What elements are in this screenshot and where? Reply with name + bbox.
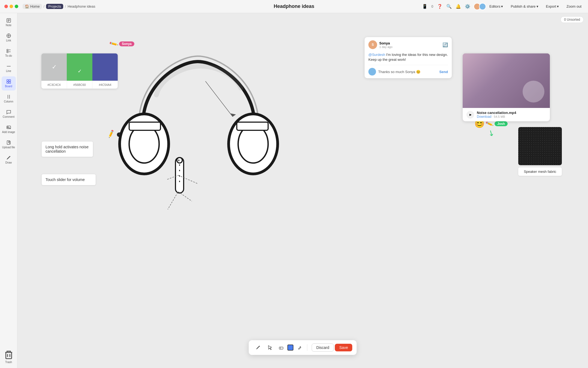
sidebar-todo-label: To-do [5, 54, 12, 57]
color-swatch-1[interactable]: ✓ [41, 53, 67, 81]
svg-point-23 [129, 125, 159, 163]
breadcrumb: 🏠 Home / Projects / Headphone ideas [23, 4, 95, 9]
titlebar-icons: 📱 0 ❓ 🔍 🔔 ⚙️ [422, 4, 470, 9]
chevron-down-icon: ▾ [537, 4, 538, 8]
sidebar-board-label: Board [5, 85, 12, 88]
comment-mention: @Surdesh [368, 53, 385, 57]
svg-point-26 [238, 125, 268, 163]
breadcrumb-projects-label: Projects [48, 4, 61, 8]
breadcrumb-projects[interactable]: Projects [46, 4, 63, 9]
sidebar-line-label: Line [6, 70, 11, 73]
select-tool-button[interactable] [265, 342, 275, 353]
canvas[interactable]: 0 Unsorted ✓ ✓ #C3C4C4 #56BC60 #4C54A4 ✏… [17, 13, 588, 368]
home-icon: 🏠 [25, 4, 29, 8]
discard-button[interactable]: Discard [312, 343, 334, 352]
help-icon[interactable]: ❓ [437, 4, 442, 9]
play-small-icon: ▶ [469, 113, 472, 116]
svg-rect-18 [7, 141, 10, 144]
settings-icon[interactable]: ⚙️ [465, 4, 470, 9]
svg-rect-5 [7, 49, 8, 51]
publish-share-button[interactable]: Publish & share ▾ [508, 3, 540, 10]
breadcrumb-home-label: Home [30, 4, 40, 8]
search-icon[interactable]: 🔍 [446, 4, 452, 9]
bell-icon[interactable]: 🔔 [456, 4, 461, 9]
sidebar-item-note[interactable]: Note [2, 15, 16, 29]
annotation-noise: Long hold activates noise cancellation [41, 141, 93, 157]
svg-line-37 [178, 192, 192, 201]
save-button[interactable]: Save [335, 344, 352, 351]
breadcrumb-current: Headphone ideas [68, 4, 95, 8]
sidebar-item-draw[interactable]: Draw [2, 153, 16, 167]
sidebar-item-add-image[interactable]: Add image [2, 122, 16, 136]
color-labels: #C3C4C4 #56BC60 #4C54A4 [41, 81, 118, 89]
close-button[interactable] [4, 5, 8, 8]
sidebar-item-line[interactable]: Line [2, 61, 16, 75]
sidebar-column-label: Column [4, 100, 13, 103]
main-layout: Note Link To-do Line Board Column Commen… [0, 13, 588, 368]
svg-rect-28 [175, 158, 184, 193]
sonya-label: Sonya [119, 41, 134, 46]
annotation-noise-text: Long hold activates noise cancellation [46, 145, 89, 153]
comment-header: S Sonya 1 day ago 🔄 [365, 37, 452, 52]
avatar-stack [474, 3, 486, 10]
svg-text:+: + [178, 158, 180, 162]
color-swatch-3[interactable] [92, 53, 118, 81]
maximize-button[interactable] [15, 5, 18, 8]
svg-point-33 [177, 158, 182, 163]
emoji-reaction-icon[interactable]: 🔄 [442, 42, 448, 47]
zoom-out-button[interactable]: Zoom out [564, 3, 584, 10]
video-title: Noise cancellation.mp4 [477, 111, 546, 115]
sidebar-item-link[interactable]: Link [2, 31, 16, 45]
comment-meta: Sonya 1 day ago [379, 41, 440, 49]
sidebar-item-comment[interactable]: Comment [2, 107, 16, 121]
mesh-pattern [518, 127, 562, 165]
minimize-button[interactable] [10, 5, 13, 8]
color-label-2: #56BC60 [67, 81, 93, 89]
sidebar-item-board[interactable]: Board [2, 76, 16, 91]
video-download-link[interactable]: Download [477, 115, 491, 119]
device-icon[interactable]: 📱 [422, 4, 428, 9]
sidebar: Note Link To-do Line Board Column Commen… [0, 13, 17, 368]
color-label-3: #4C54A4 [92, 81, 118, 89]
color-swatches: ✓ ✓ [41, 53, 118, 81]
sidebar-item-upload-file[interactable]: Upload file [2, 137, 16, 152]
speaker-mesh-card: Speaker mesh fabric [518, 127, 562, 176]
commenter-name: Sonya [379, 41, 440, 45]
video-details: Download · 54.5 MB [477, 115, 546, 119]
breadcrumb-home[interactable]: 🏠 Home [23, 4, 42, 9]
send-reply-button[interactable]: Send [439, 70, 448, 74]
color-picker[interactable] [287, 345, 293, 351]
sidebar-item-column[interactable]: Column [2, 92, 16, 106]
comment-card: S Sonya 1 day ago 🔄 @Surdesh I'm loving … [365, 37, 452, 78]
sidebar-item-todo[interactable]: To-do [2, 46, 16, 60]
svg-point-25 [229, 114, 278, 174]
video-play-small-button[interactable]: ▶ [466, 111, 474, 119]
pen-tool-button[interactable] [253, 342, 263, 353]
sidebar-item-trash[interactable]: Trash [2, 349, 16, 364]
unsorted-count: 0 Unsorted [564, 18, 580, 22]
toolbar-divider [307, 344, 307, 351]
svg-rect-27 [237, 122, 268, 130]
sidebar-comment-label: Comment [3, 115, 14, 118]
sidebar-draw-label: Draw [5, 161, 12, 164]
reply-input[interactable]: Thanks so much Sonya 😊 [378, 70, 437, 74]
editors-button[interactable]: Editors ▾ [487, 3, 505, 10]
breadcrumb-sep-1: / [44, 4, 45, 8]
export-button[interactable]: Export ▾ [544, 3, 561, 10]
commenter-avatar: S [368, 40, 377, 49]
surdesh-pen-icon: ✏️ [106, 129, 116, 138]
highlighter-tool-button[interactable] [295, 342, 305, 353]
unsorted-badge: 0 Unsorted [560, 16, 584, 23]
video-card: ▶ ▶ Noise cancellation.mp4 Download · 54… [463, 53, 550, 121]
svg-rect-7 [7, 51, 8, 53]
sonya-cursor: ✏️ Sonya [110, 40, 134, 47]
breadcrumb-sep-2: / [65, 4, 66, 8]
sidebar-uploadfile-label: Upload file [2, 146, 15, 149]
svg-rect-24 [129, 122, 160, 130]
color-swatch-2[interactable]: ✓ [67, 53, 92, 81]
josh-arrow-icon: ↘ [486, 127, 496, 138]
speaker-mesh-label: Speaker mesh fabric [518, 167, 562, 176]
titlebar: 🏠 Home / Projects / Headphone ideas Head… [0, 0, 588, 13]
svg-rect-12 [7, 82, 8, 83]
eraser-tool-button[interactable] [276, 342, 286, 353]
